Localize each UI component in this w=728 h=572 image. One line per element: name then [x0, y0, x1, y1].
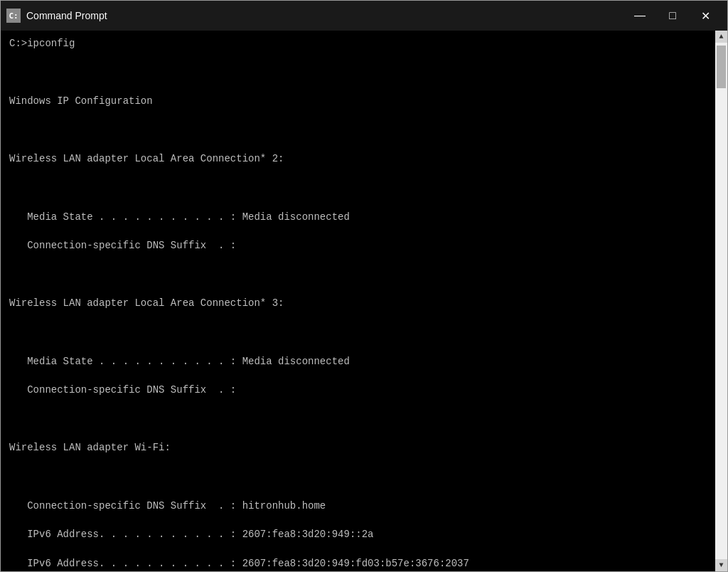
terminal-line	[9, 412, 707, 426]
terminal-line	[9, 65, 707, 80]
terminal-line: Connection-specific DNS Suffix . :	[9, 238, 707, 253]
command-prompt-window: C: Command Prompt — □ ✕ C:>ipconfig Wind…	[0, 0, 728, 572]
scroll-up-arrow[interactable]: ▲	[715, 31, 727, 43]
terminal-line: IPv6 Address. . . . . . . . . . . : 2607…	[9, 527, 707, 541]
scrollbar-thumb[interactable]	[717, 46, 726, 88]
scrollbar[interactable]: ▲ ▼	[715, 31, 727, 571]
minimize-button[interactable]: —	[623, 1, 656, 31]
terminal-line: IPv6 Address. . . . . . . . . . . : 2607…	[9, 556, 707, 571]
terminal-line: Wireless LAN adapter Local Area Connecti…	[9, 152, 707, 166]
content-area: C:>ipconfig Windows IP Configuration Wir…	[1, 31, 727, 571]
scrollbar-track[interactable]	[715, 43, 727, 559]
window-title: Command Prompt	[26, 10, 623, 21]
terminal-line: Windows IP Configuration	[9, 94, 707, 108]
terminal-line	[9, 470, 707, 484]
terminal-line: Media State . . . . . . . . . . . : Medi…	[9, 354, 707, 369]
terminal-line: Connection-specific DNS Suffix . :	[9, 383, 707, 397]
terminal-line: Connection-specific DNS Suffix . : hitro…	[9, 499, 707, 513]
titlebar: C: Command Prompt — □ ✕	[1, 1, 727, 31]
app-icon-label: C:	[9, 11, 18, 21]
command-line: C:>ipconfig	[9, 36, 707, 51]
scroll-down-arrow[interactable]: ▼	[715, 559, 727, 571]
close-button[interactable]: ✕	[689, 1, 722, 31]
terminal-output[interactable]: C:>ipconfig Windows IP Configuration Wir…	[1, 31, 715, 571]
terminal-line	[9, 325, 707, 339]
terminal-line	[9, 268, 707, 282]
terminal-line	[9, 123, 707, 137]
window-controls: — □ ✕	[623, 1, 722, 31]
terminal-line: Media State . . . . . . . . . . . : Medi…	[9, 210, 707, 224]
app-icon: C:	[6, 9, 21, 23]
terminal-line	[9, 181, 707, 195]
terminal-line: Wireless LAN adapter Wi-Fi:	[9, 440, 707, 455]
maximize-button[interactable]: □	[656, 1, 689, 31]
terminal-line: Wireless LAN adapter Local Area Connecti…	[9, 296, 707, 310]
